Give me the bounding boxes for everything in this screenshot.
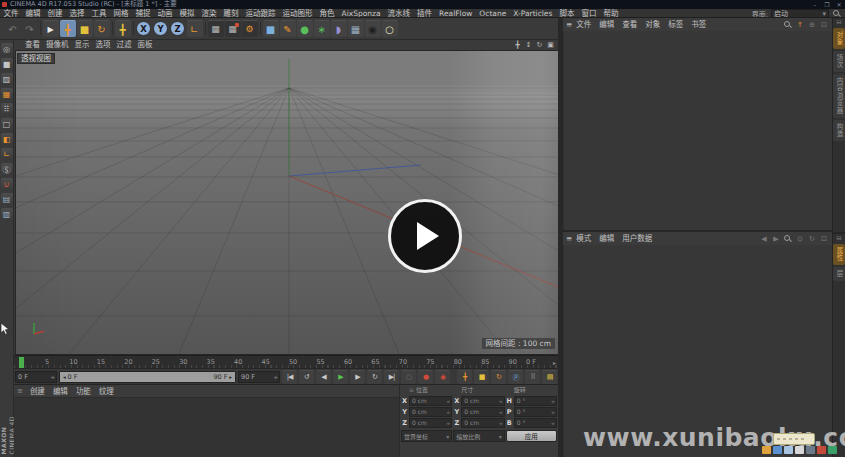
x-axis-lock-button[interactable]: X xyxy=(136,21,151,36)
key-pla-button[interactable]: ⠿ xyxy=(525,370,540,384)
points-mode-icon[interactable]: ⠿ xyxy=(1,103,13,115)
position-input[interactable]: 0 cm xyxy=(409,396,452,406)
solo-mode-icon[interactable]: Ⓢ xyxy=(1,163,13,175)
enable-axis-icon[interactable]: ∟ xyxy=(1,148,13,160)
record-button[interactable]: ● xyxy=(418,370,433,384)
size-input[interactable]: 0 cm xyxy=(461,407,504,417)
position-input[interactable]: 0 cm xyxy=(409,418,452,428)
environment-button[interactable]: ▦ xyxy=(348,20,364,37)
video-play-button[interactable] xyxy=(388,199,462,273)
size-mode-select[interactable]: 缩放比例 xyxy=(453,430,504,442)
ime-icon[interactable] xyxy=(817,446,826,454)
add-spline-button[interactable]: ✎ xyxy=(280,20,296,37)
light-button[interactable]: ○ xyxy=(382,20,398,37)
material-menu-item[interactable]: 纹理 xyxy=(95,387,118,396)
undo-icon[interactable]: ↶ xyxy=(5,20,21,37)
search-icon[interactable] xyxy=(783,234,793,244)
ime-icon[interactable] xyxy=(773,446,782,454)
scroll-first-icon[interactable]: ↑ xyxy=(795,20,805,30)
object-manager-menu-item[interactable]: 标签 xyxy=(664,20,687,29)
panel-menu-icon[interactable] xyxy=(17,387,23,395)
start-frame-input[interactable]: 0 F xyxy=(15,371,57,383)
panel-tab[interactable]: 层 xyxy=(833,267,845,281)
frame-range-slider[interactable]: 0 F 90 F xyxy=(59,371,236,383)
viewport-canvas[interactable]: 透视视图 网格间距 : 100 cm xyxy=(15,50,559,355)
viewport-menu-item[interactable]: 查看 xyxy=(22,40,43,50)
viewport-label[interactable]: 透视视图 xyxy=(17,53,55,64)
end-frame-input[interactable]: 90 F xyxy=(238,371,280,383)
redo-icon[interactable]: ↷ xyxy=(22,20,38,37)
toggle-layout-icon[interactable]: ▣ xyxy=(546,41,555,50)
plane-snap-icon[interactable]: ▥ xyxy=(1,208,13,220)
viewport-menu-item[interactable]: 过滤 xyxy=(114,40,135,50)
dock-toggle-icon[interactable] xyxy=(833,234,845,242)
material-menu-item[interactable]: 创建 xyxy=(26,387,49,396)
play-button[interactable]: ▶ xyxy=(333,370,348,384)
object-manager-menu-item[interactable]: 书签 xyxy=(687,20,710,29)
position-input[interactable]: 0 cm xyxy=(409,407,452,417)
edges-mode-icon[interactable]: □ xyxy=(1,118,13,130)
deformer-button[interactable]: ◗ xyxy=(331,20,347,37)
coordinate-space-select[interactable]: 世界坐标 xyxy=(401,430,452,442)
workplane-mode-icon[interactable]: ▦ xyxy=(1,88,13,100)
attribute-manager-menu-item[interactable]: 模式 xyxy=(572,234,595,243)
object-manager-menu-item[interactable]: 编辑 xyxy=(595,20,618,29)
timeline-ruler[interactable]: 051015202530354045505560657075808590 0 F xyxy=(14,355,558,368)
object-list[interactable] xyxy=(563,31,832,230)
coordinate-system-button[interactable]: ∟ xyxy=(187,20,203,37)
filter-icon[interactable]: ⊕ xyxy=(807,20,817,30)
panel-tab[interactable]: 内容浏览器 xyxy=(833,74,845,118)
zoom-view-icon[interactable]: ↕ xyxy=(524,41,533,50)
dock-icon[interactable]: ⊡ xyxy=(819,234,829,244)
prev-frame-button[interactable]: ◀ xyxy=(316,370,331,384)
add-primitive-button[interactable]: ■ xyxy=(263,20,279,37)
attribute-manager-menu-item[interactable]: 编辑 xyxy=(595,234,618,243)
rotate-view-icon[interactable]: ↻ xyxy=(535,41,544,50)
autokey-button[interactable]: ◉ xyxy=(435,370,450,384)
key-position-button[interactable]: ╋ xyxy=(457,370,472,384)
attribute-manager-menu-item[interactable]: 用户数据 xyxy=(618,234,656,243)
panel-tab[interactable]: 对象 xyxy=(833,28,845,49)
snap-icon[interactable]: ∪ xyxy=(1,178,13,190)
panel-tab[interactable]: 场次 xyxy=(833,51,845,72)
object-manager-menu-item[interactable]: 查看 xyxy=(618,20,641,29)
key-scale-button[interactable]: ■ xyxy=(474,370,489,384)
ime-icon[interactable] xyxy=(806,446,815,454)
ime-icon[interactable] xyxy=(762,446,771,454)
apply-button[interactable]: 应用 xyxy=(506,430,557,442)
render-settings-button[interactable]: ⚙ xyxy=(242,20,258,37)
lock-icon[interactable]: ⊙ xyxy=(795,234,805,244)
play-sound-button[interactable]: ○ xyxy=(401,370,416,384)
modeling-objects-button[interactable]: ∗ xyxy=(314,20,330,37)
model-mode-icon[interactable]: ■ xyxy=(1,58,13,70)
viewport-menu-item[interactable]: 摄像机 xyxy=(43,40,72,50)
viewport-menu-item[interactable]: 选项 xyxy=(93,40,114,50)
next-frame-button[interactable]: ▶ xyxy=(350,370,365,384)
refresh-icon[interactable]: ↻ xyxy=(807,234,817,244)
dock-icon[interactable]: ⊡ xyxy=(819,20,829,30)
viewport-menu-item[interactable]: 面板 xyxy=(135,40,156,50)
ime-icon[interactable] xyxy=(784,446,793,454)
ime-icon[interactable] xyxy=(795,446,804,454)
render-view-button[interactable]: ▦ xyxy=(208,20,224,37)
history-forward-icon[interactable]: ▶ xyxy=(771,234,781,244)
render-picture-viewer-button[interactable]: ▦ xyxy=(225,20,241,37)
material-menu-item[interactable]: 功能 xyxy=(72,387,95,396)
goto-start-button[interactable]: |◀ xyxy=(282,370,297,384)
rotation-input[interactable]: 0 ° xyxy=(514,396,557,406)
last-tool-icon[interactable]: ╋ xyxy=(115,20,131,37)
polygons-mode-icon[interactable]: ◧ xyxy=(1,133,13,145)
rotation-input[interactable]: 0 ° xyxy=(514,418,557,428)
object-manager-menu-item[interactable]: 文件 xyxy=(572,20,595,29)
rotation-input[interactable]: 0 ° xyxy=(514,407,557,417)
y-axis-lock-button[interactable]: Y xyxy=(153,21,168,36)
live-selection-icon[interactable]: ▶ xyxy=(43,20,59,37)
key-rotation-button[interactable]: ↻ xyxy=(491,370,506,384)
z-axis-lock-button[interactable]: Z xyxy=(170,21,185,36)
size-input[interactable]: 0 cm xyxy=(461,396,504,406)
search-icon[interactable] xyxy=(783,20,793,30)
scale-tool-icon[interactable]: ■ xyxy=(77,20,93,37)
goto-end-button[interactable]: ▶| xyxy=(384,370,399,384)
rotate-tool-icon[interactable]: ↻ xyxy=(94,20,110,37)
subdivision-surface-button[interactable]: ● xyxy=(297,20,313,37)
